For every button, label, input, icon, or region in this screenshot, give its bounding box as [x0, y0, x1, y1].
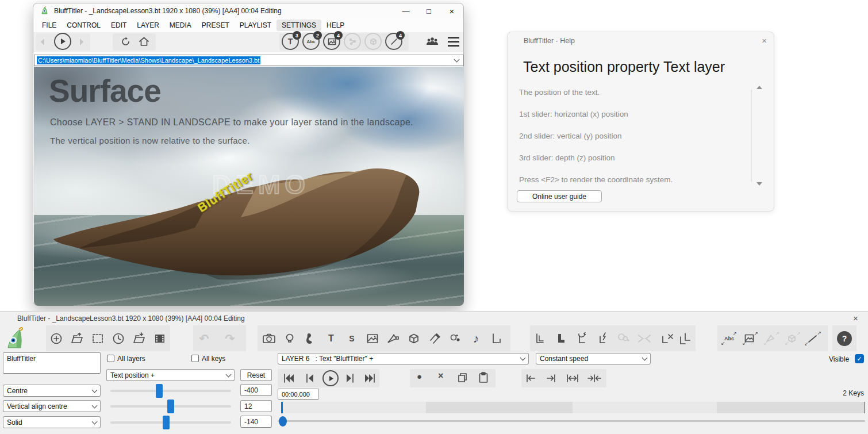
menu-edit[interactable]: EDIT: [106, 20, 132, 31]
previous-key-button[interactable]: [305, 372, 314, 384]
y-value-field[interactable]: 12: [240, 400, 272, 412]
help-close-icon[interactable]: ×: [762, 36, 767, 45]
add-vector-layer-button[interactable]: [383, 325, 403, 351]
new-show-button[interactable]: [47, 325, 66, 351]
timeline-segment[interactable]: [281, 402, 426, 413]
add-picture-layer-button[interactable]: [363, 325, 382, 351]
save-show-button[interactable]: [129, 325, 149, 351]
menu-control[interactable]: CONTROL: [62, 20, 106, 31]
add-model-layer-button[interactable]: [404, 325, 424, 351]
play-animation-button[interactable]: [322, 370, 339, 386]
all-layers-checkbox[interactable]: [107, 355, 114, 362]
undo-button[interactable]: ↶: [194, 325, 214, 351]
timeline-track[interactable]: [281, 402, 865, 413]
pen-layers-button[interactable]: 4: [385, 33, 402, 50]
scroll-up-icon[interactable]: [756, 86, 762, 89]
hamburger-menu-icon[interactable]: [448, 37, 459, 47]
main-titlebar[interactable]: BluffTitler - _LandscapeLesson3.bt 1920 …: [33, 3, 463, 18]
add-particle-layer-button[interactable]: [445, 325, 465, 351]
menu-media[interactable]: MEDIA: [164, 20, 197, 31]
timeline-segment[interactable]: [426, 402, 573, 413]
copy-key-button[interactable]: [457, 372, 468, 383]
render-viewport[interactable]: Surface Choose LAYER > STAND IN LANDSCAP…: [34, 67, 464, 306]
forward-icon[interactable]: [77, 37, 86, 47]
x-slider-thumb[interactable]: [156, 384, 163, 398]
add-sketch-layer-button[interactable]: S: [342, 325, 362, 351]
delete-layer-button[interactable]: [657, 325, 677, 351]
menu-playlist[interactable]: PLAYLIST: [235, 20, 276, 31]
play-button[interactable]: [54, 33, 71, 50]
address-dropdown-chevron-icon[interactable]: [454, 57, 460, 63]
reset-button[interactable]: Reset: [240, 369, 272, 381]
timeline-position-marker[interactable]: [281, 402, 283, 413]
model-layers-button[interactable]: [364, 33, 382, 50]
menu-settings[interactable]: SETTINGS: [276, 20, 321, 31]
add-plasma-layer-button[interactable]: [301, 325, 320, 351]
next-key-button[interactable]: [345, 372, 355, 384]
scroll-down-icon[interactable]: [756, 182, 762, 186]
add-container-layer-button[interactable]: [487, 325, 506, 351]
font-layers-button[interactable]: Abc 2: [302, 33, 320, 50]
record-key-button[interactable]: ●: [417, 371, 422, 381]
style-dropdown[interactable]: Solid: [3, 416, 101, 428]
attach-effect-button[interactable]: [593, 325, 613, 351]
time-slider-track[interactable]: [278, 420, 865, 422]
stretch-keys-button[interactable]: [566, 372, 579, 384]
close-button[interactable]: ×: [440, 3, 463, 18]
active-layer-button[interactable]: [552, 325, 571, 351]
vector-layers-button[interactable]: [344, 33, 361, 50]
stretch-pen-button[interactable]: ↗↙: [803, 325, 823, 351]
help-button[interactable]: ?: [837, 331, 852, 346]
y-slider-track[interactable]: [110, 405, 231, 408]
redo-button[interactable]: ↷: [220, 325, 240, 351]
align-dropdown[interactable]: Centre: [3, 385, 101, 397]
detach-layer-button[interactable]: [635, 325, 654, 351]
community-icon[interactable]: [426, 36, 439, 47]
valign-dropdown[interactable]: Vertical align centre: [3, 400, 101, 412]
add-light-layer-button[interactable]: [280, 325, 299, 351]
z-slider-thumb[interactable]: [163, 416, 170, 429]
move-key-start-button[interactable]: [525, 372, 536, 384]
online-user-guide-button[interactable]: Online user guide: [517, 190, 602, 202]
stretch-picture-button[interactable]: ↗↙: [740, 325, 760, 351]
layer-list-item[interactable]: BluffTitler: [7, 355, 36, 363]
address-bar[interactable]: C:\Users\miaomiao\BluffTitler\Media\Show…: [34, 55, 464, 66]
resize-show-button[interactable]: [88, 325, 107, 351]
menu-file[interactable]: FILE: [37, 20, 62, 31]
go-to-start-button[interactable]: [283, 372, 294, 384]
show-duration-button[interactable]: [109, 325, 128, 351]
x-slider-track[interactable]: [110, 390, 231, 392]
all-keys-checkbox[interactable]: [191, 355, 199, 362]
text-layers-button[interactable]: T 3: [282, 33, 299, 50]
visible-checkbox[interactable]: ✓: [855, 354, 864, 363]
z-slider-track[interactable]: [110, 421, 231, 424]
picture-layers-button[interactable]: 4: [323, 33, 340, 50]
go-to-end-button[interactable]: [364, 372, 376, 384]
menu-help[interactable]: HELP: [321, 20, 349, 31]
menu-preset[interactable]: PRESET: [197, 20, 235, 31]
attach-layer-button[interactable]: [573, 325, 592, 351]
stretch-text-button[interactable]: Abc↗↙: [719, 325, 739, 351]
timecode-field[interactable]: 00:00.000: [278, 389, 319, 400]
duplicate-layer-button[interactable]: [675, 325, 695, 351]
z-value-field[interactable]: -140: [240, 416, 272, 428]
maximize-button[interactable]: □: [417, 3, 440, 18]
add-camera-layer-button[interactable]: [259, 325, 279, 351]
stretch-model-button[interactable]: ↗↙: [783, 325, 802, 351]
minimize-button[interactable]: —: [394, 3, 417, 18]
squeeze-keys-button[interactable]: [587, 372, 601, 384]
export-video-button[interactable]: [150, 325, 170, 351]
speed-dropdown[interactable]: Constant speed: [536, 353, 651, 364]
control-close-icon[interactable]: ×: [853, 313, 858, 323]
timeline-segment[interactable]: [717, 402, 865, 413]
x-value-field[interactable]: -400: [240, 384, 272, 396]
y-slider-thumb[interactable]: [167, 400, 174, 413]
add-text-layer-button[interactable]: T: [321, 325, 341, 351]
delete-key-button[interactable]: ×: [438, 371, 443, 381]
move-key-end-button[interactable]: [546, 372, 557, 384]
clone-layer-button[interactable]: [531, 325, 551, 351]
stretch-vector-button[interactable]: ↗↙: [762, 325, 781, 351]
help-scrollbar-track[interactable]: [751, 90, 752, 182]
add-eraser-layer-button[interactable]: [425, 325, 444, 351]
layer-dropdown[interactable]: LAYER 6 : Text "BluffTitler" +: [278, 353, 529, 364]
